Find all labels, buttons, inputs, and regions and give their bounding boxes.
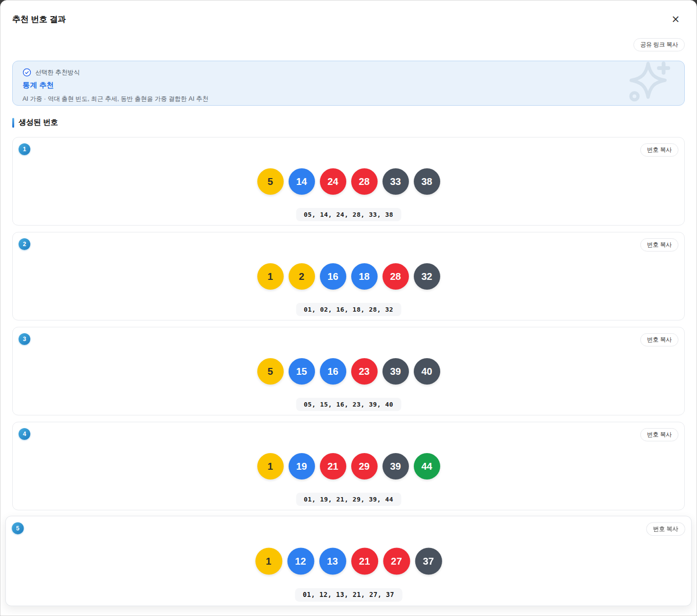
- ball-row: 1216182832: [13, 263, 684, 290]
- lotto-ball: 13: [319, 548, 346, 574]
- number-set-card: 4 번호 복사 11921293944 01, 19, 21, 29, 39, …: [12, 422, 685, 510]
- set-index-badge: 3: [19, 333, 30, 345]
- sparkle-icon: [625, 61, 672, 106]
- lotto-ball: 15: [289, 358, 315, 385]
- lotto-ball: 16: [320, 358, 346, 385]
- lotto-ball: 21: [351, 548, 378, 574]
- set-index-badge: 1: [19, 143, 30, 155]
- lotto-ball: 40: [414, 358, 440, 385]
- lotto-ball: 1: [255, 548, 282, 574]
- lotto-ball: 14: [289, 168, 315, 195]
- method-label-row: 선택한 추천방식: [22, 68, 675, 77]
- set-index-badge: 2: [19, 238, 30, 250]
- copy-numbers-button[interactable]: 번호 복사: [646, 522, 685, 536]
- numbers-text: 01, 02, 16, 18, 28, 32: [296, 303, 401, 316]
- copy-numbers-button[interactable]: 번호 복사: [640, 428, 678, 441]
- ball-row: 51516233940: [13, 358, 684, 385]
- copy-numbers-button[interactable]: 번호 복사: [640, 333, 678, 346]
- lotto-ball: 21: [320, 453, 346, 479]
- share-row: 공유 링크 복사: [12, 38, 685, 51]
- section-accent-bar: [12, 118, 14, 128]
- recommendation-result-modal: 추천 번호 결과 × 공유 링크 복사 선택한 추천방식 통계 추천 AI 가중…: [0, 0, 697, 616]
- copy-numbers-button[interactable]: 번호 복사: [640, 143, 678, 157]
- close-icon[interactable]: ×: [670, 13, 681, 25]
- numbers-text: 01, 12, 13, 21, 27, 37: [295, 588, 403, 602]
- lotto-ball: 29: [351, 453, 378, 479]
- number-set-card: 3 번호 복사 51516233940 05, 15, 16, 23, 39, …: [12, 327, 685, 415]
- lotto-ball: 24: [320, 168, 346, 195]
- ball-row: 51424283338: [13, 168, 684, 195]
- lotto-ball: 37: [415, 548, 442, 574]
- lotto-ball: 27: [383, 548, 410, 574]
- set-index-badge: 5: [12, 522, 23, 534]
- lotto-ball: 2: [289, 263, 315, 290]
- section-title-row: 생성된 번호: [12, 117, 685, 128]
- ball-row: 11921293944: [13, 453, 684, 479]
- lotto-ball: 38: [414, 168, 440, 195]
- lotto-ball: 28: [382, 263, 409, 290]
- lotto-ball: 1: [257, 263, 284, 290]
- modal-header: 추천 번호 결과 ×: [12, 13, 685, 25]
- lotto-ball: 33: [382, 168, 409, 195]
- lotto-ball: 32: [414, 263, 440, 290]
- lotto-ball: 16: [320, 263, 346, 290]
- copy-share-link-button[interactable]: 공유 링크 복사: [633, 38, 685, 51]
- check-circle-icon: [22, 68, 31, 77]
- ball-row: 11213212737: [6, 548, 691, 574]
- page-title: 추천 번호 결과: [12, 14, 66, 25]
- lotto-ball: 1: [257, 453, 284, 479]
- lotto-ball: 44: [414, 453, 440, 479]
- method-description: AI 가중 · 역대 출현 빈도, 최근 추세, 동반 출현을 가중 결합한 A…: [22, 95, 675, 103]
- numbers-text: 05, 15, 16, 23, 39, 40: [296, 398, 401, 411]
- lotto-ball: 28: [351, 168, 378, 195]
- numbers-text: 05, 14, 24, 28, 33, 38: [296, 208, 401, 221]
- lotto-ball: 5: [257, 358, 284, 385]
- lotto-ball: 23: [351, 358, 378, 385]
- set-index-badge: 4: [19, 428, 30, 440]
- number-set-card: 1 번호 복사 51424283338 05, 14, 24, 28, 33, …: [12, 137, 685, 226]
- lotto-ball: 39: [382, 358, 409, 385]
- lotto-ball: 12: [287, 548, 314, 574]
- lotto-ball: 5: [257, 168, 284, 195]
- selected-method-box: 선택한 추천방식 통계 추천 AI 가중 · 역대 출현 빈도, 최근 추세, …: [12, 61, 685, 106]
- method-name: 통계 추천: [22, 81, 675, 90]
- numbers-text: 01, 19, 21, 29, 39, 44: [296, 493, 401, 506]
- lotto-ball: 19: [289, 453, 315, 479]
- lotto-ball: 18: [351, 263, 378, 290]
- number-set-card: 2 번호 복사 1216182832 01, 02, 16, 18, 28, 3…: [12, 232, 685, 320]
- section-title: 생성된 번호: [19, 117, 58, 128]
- number-set-card: 5 번호 복사 11213212737 01, 12, 13, 21, 27, …: [5, 516, 692, 606]
- lotto-ball: 39: [382, 453, 409, 479]
- copy-numbers-button[interactable]: 번호 복사: [640, 238, 678, 251]
- generated-number-list: 1 번호 복사 51424283338 05, 14, 24, 28, 33, …: [12, 137, 685, 605]
- method-label: 선택한 추천방식: [35, 68, 80, 77]
